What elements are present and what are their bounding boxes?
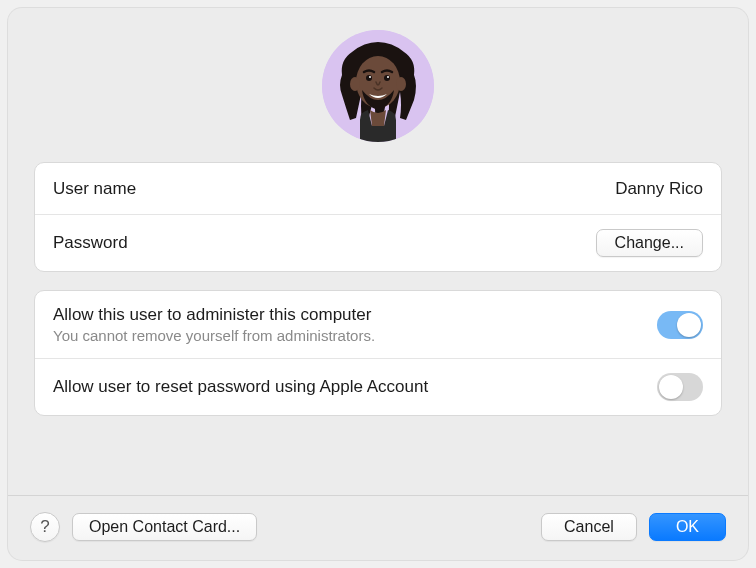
reset-password-label: Allow user to reset password using Apple… — [53, 377, 428, 397]
reset-password-row: Allow user to reset password using Apple… — [35, 359, 721, 415]
svg-point-4 — [366, 75, 372, 81]
svg-point-5 — [384, 75, 390, 81]
avatar[interactable] — [322, 30, 434, 142]
avatar-image — [322, 30, 434, 142]
admin-permission-row: Allow this user to administer this compu… — [35, 291, 721, 359]
dialog-footer: ? Open Contact Card... Cancel OK — [8, 495, 748, 560]
admin-permission-label: Allow this user to administer this compu… — [53, 305, 375, 325]
ok-button[interactable]: OK — [649, 513, 726, 541]
password-row: Password Change... — [35, 215, 721, 271]
user-account-dialog: User name Danny Rico Password Change... … — [8, 8, 748, 560]
svg-point-2 — [350, 77, 360, 91]
admin-toggle[interactable] — [657, 311, 703, 339]
svg-point-3 — [396, 77, 406, 91]
cancel-button[interactable]: Cancel — [541, 513, 637, 541]
svg-point-6 — [369, 76, 371, 78]
svg-point-7 — [387, 76, 389, 78]
username-label: User name — [53, 179, 136, 199]
username-value: Danny Rico — [615, 179, 703, 199]
dialog-content: User name Danny Rico Password Change... … — [8, 8, 748, 495]
admin-permission-sublabel: You cannot remove yourself from administ… — [53, 327, 375, 344]
open-contact-card-button[interactable]: Open Contact Card... — [72, 513, 257, 541]
toggle-knob — [677, 313, 701, 337]
admin-permission-text: Allow this user to administer this compu… — [53, 305, 375, 344]
user-info-group: User name Danny Rico Password Change... — [34, 162, 722, 272]
permissions-group: Allow this user to administer this compu… — [34, 290, 722, 416]
toggle-knob — [659, 375, 683, 399]
username-row: User name Danny Rico — [35, 163, 721, 215]
password-label: Password — [53, 233, 128, 253]
change-password-button[interactable]: Change... — [596, 229, 703, 257]
help-icon: ? — [40, 517, 49, 537]
help-button[interactable]: ? — [30, 512, 60, 542]
reset-password-toggle[interactable] — [657, 373, 703, 401]
